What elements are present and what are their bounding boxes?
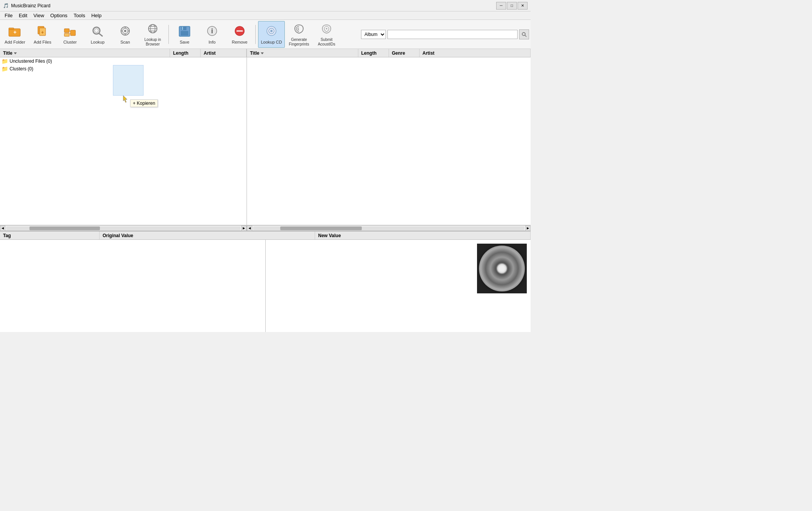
menu-bar: File Edit View Options Tools Help	[0, 11, 531, 20]
drag-cursor	[123, 95, 128, 103]
right-scrollbar[interactable]: ◀ ▶	[247, 225, 531, 231]
unclustered-label: Unclustered Files (0)	[10, 59, 52, 64]
submit-acoustids-icon	[320, 22, 333, 36]
left-col-length[interactable]: Length	[170, 49, 201, 57]
lookup-cd-label: Lookup CD	[261, 40, 282, 44]
left-scroll-track[interactable]	[6, 226, 240, 230]
svg-marker-42	[261, 52, 264, 54]
lookup-button[interactable]: Lookup	[84, 21, 111, 48]
svg-line-12	[99, 33, 103, 36]
svg-point-13	[95, 29, 98, 33]
svg-rect-29	[182, 27, 183, 30]
lookup-in-browser-label: Lookup inBrowser	[144, 37, 161, 47]
cluster-icon	[63, 24, 77, 38]
toolbar-separator-2	[255, 25, 256, 44]
cluster-label: Cluster	[64, 40, 77, 44]
svg-rect-6	[64, 29, 69, 33]
svg-line-39	[525, 35, 526, 37]
scan-label: Scan	[120, 40, 130, 44]
left-scroll-right[interactable]: ▶	[241, 226, 247, 231]
lookup-label: Lookup	[91, 40, 105, 44]
menu-view[interactable]: View	[30, 12, 47, 19]
scan-icon	[118, 24, 132, 38]
menu-options[interactable]: Options	[47, 12, 70, 19]
album-art	[477, 244, 527, 293]
menu-edit[interactable]: Edit	[16, 12, 30, 19]
svg-marker-40	[14, 52, 17, 54]
menu-file[interactable]: File	[2, 12, 16, 19]
tag-col-new[interactable]: New Value	[315, 231, 531, 239]
bottom-area: Tag Original Value New Value	[0, 231, 531, 332]
add-files-icon: +	[36, 24, 49, 38]
search-input[interactable]	[387, 30, 518, 39]
right-scroll-thumb[interactable]	[280, 226, 362, 230]
left-scrollbar[interactable]: ◀ ▶	[0, 225, 247, 231]
scan-button[interactable]: Scan	[112, 21, 139, 48]
left-scroll-left[interactable]: ◀	[0, 226, 5, 231]
svg-text:i: i	[211, 27, 213, 35]
unclustered-icon: 📁	[2, 58, 8, 64]
search-type-select[interactable]: Album Artist Track	[361, 30, 386, 39]
left-col-artist[interactable]: Artist	[201, 49, 247, 57]
title-bar-left: 🎵 MusicBrainz Picard	[3, 3, 51, 8]
left-scroll-thumb[interactable]	[29, 226, 100, 230]
drag-preview	[113, 65, 144, 96]
save-button[interactable]: Save	[171, 21, 198, 48]
generate-fingerprints-icon	[292, 22, 306, 36]
svg-rect-7	[64, 33, 69, 36]
svg-point-16	[124, 30, 126, 32]
add-folder-button[interactable]: + Add Folder	[2, 21, 28, 48]
tag-col-tag[interactable]: Tag	[0, 231, 100, 239]
cluster-button[interactable]: Cluster	[57, 21, 83, 48]
add-files-label: Add Files	[34, 40, 51, 44]
right-panel: Title Length Genre Artist	[247, 49, 531, 225]
lookup-icon	[91, 24, 105, 38]
menu-help[interactable]: Help	[88, 12, 105, 19]
submit-acoustids-label: SubmitAcoustIDs	[318, 37, 335, 47]
clusters-label: Clusters (0)	[10, 66, 33, 72]
left-col-headers: Title Length Artist	[0, 49, 247, 57]
info-button[interactable]: i Info	[199, 21, 225, 48]
svg-rect-8	[70, 30, 75, 36]
right-col-length[interactable]: Length	[358, 49, 389, 57]
panels-row: Title Length Artist 📁 Unclustered Files …	[0, 49, 531, 225]
right-scroll-right[interactable]: ▶	[525, 226, 531, 231]
right-col-title[interactable]: Title	[247, 49, 358, 57]
info-label: Info	[209, 40, 216, 44]
title-bar-controls: ─ □ ✕	[496, 2, 528, 10]
right-scroll-track[interactable]	[253, 226, 524, 230]
menu-tools[interactable]: Tools	[70, 12, 88, 19]
right-col-genre[interactable]: Genre	[389, 49, 420, 57]
cd-center	[497, 263, 507, 274]
add-files-button[interactable]: + Add Files	[29, 21, 56, 48]
info-icon: i	[205, 24, 219, 38]
add-folder-label: Add Folder	[5, 40, 25, 44]
svg-rect-28	[181, 31, 188, 36]
search-button[interactable]	[519, 29, 529, 39]
right-content[interactable]	[247, 57, 531, 225]
search-area: Album Artist Track	[361, 29, 529, 39]
app-icon: 🎵	[3, 3, 9, 8]
toolbar-separator-1	[168, 25, 169, 44]
tag-right-panel[interactable]	[266, 240, 531, 332]
generate-fingerprints-button[interactable]: GenerateFingerprints	[286, 21, 312, 48]
lookup-in-browser-button[interactable]: Lookup inBrowser	[139, 21, 166, 48]
tag-content	[0, 240, 531, 332]
svg-point-11	[93, 27, 100, 34]
minimize-button[interactable]: ─	[496, 2, 506, 10]
svg-text:+: +	[41, 30, 44, 35]
left-col-title[interactable]: Title	[0, 49, 170, 57]
lookup-cd-button[interactable]: Lookup CD	[258, 21, 285, 48]
tree-item-unclustered[interactable]: 📁 Unclustered Files (0)	[0, 57, 247, 65]
tag-left-panel[interactable]	[0, 240, 266, 332]
file-tree[interactable]: 📁 Unclustered Files (0) 📁 Clusters (0)	[0, 57, 247, 225]
right-col-headers: Title Length Genre Artist	[247, 49, 531, 57]
cd-disc	[479, 246, 525, 291]
right-col-artist[interactable]: Artist	[420, 49, 531, 57]
right-scroll-left[interactable]: ◀	[247, 226, 252, 231]
tag-col-original[interactable]: Original Value	[100, 231, 315, 239]
submit-acoustids-button[interactable]: SubmitAcoustIDs	[313, 21, 340, 48]
close-button[interactable]: ✕	[518, 2, 528, 10]
maximize-button[interactable]: □	[507, 2, 517, 10]
remove-button[interactable]: Remove	[226, 21, 253, 48]
